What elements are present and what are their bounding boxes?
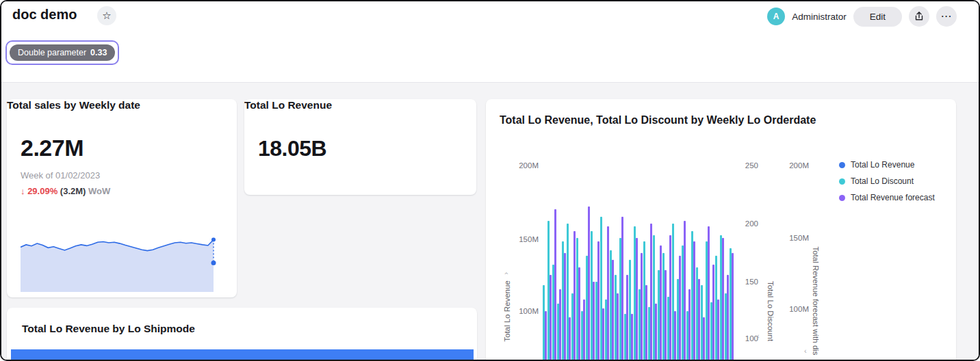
kpi-value: 2.27M [21, 135, 83, 161]
bar[interactable] [679, 256, 681, 360]
kpi-delta: ↓ 29.09% (3.2M) WoW [21, 186, 110, 196]
bar[interactable] [564, 253, 566, 360]
axis-tick-label: 250 [745, 161, 758, 170]
favorite-button[interactable]: ☆ [97, 6, 116, 25]
bar[interactable] [569, 317, 571, 360]
edit-button[interactable]: Edit [853, 7, 902, 27]
bar[interactable] [732, 253, 734, 360]
delta-percent: 29.09% [27, 186, 57, 196]
axis-tick-label: 200M [519, 161, 539, 170]
bar[interactable] [665, 270, 667, 360]
bar[interactable] [727, 275, 729, 360]
bar[interactable] [693, 241, 695, 360]
bar[interactable] [636, 238, 638, 360]
bar[interactable] [722, 238, 724, 360]
share-icon [914, 11, 925, 22]
header: doc demo ☆ A Administrator Edit ⋯ [1, 1, 979, 33]
bar[interactable] [617, 293, 619, 360]
share-button[interactable] [909, 6, 929, 27]
bar[interactable] [674, 311, 676, 360]
bar[interactable] [545, 311, 547, 360]
bar[interactable] [578, 267, 580, 360]
bar[interactable] [684, 221, 686, 360]
bar[interactable] [593, 282, 595, 360]
card-title: Total Lo Revenue by Lo Shipmode [22, 323, 195, 335]
user-name[interactable]: Administrator [792, 12, 847, 22]
legend-dot-icon [839, 195, 845, 201]
axis-scroll-icon[interactable]: › [502, 272, 509, 275]
bar[interactable] [573, 231, 576, 360]
parameter-value: 0.33 [90, 48, 107, 57]
card-title: Total Lo Revenue, Total Lo Discount by W… [500, 114, 816, 126]
bar-segment[interactable] [11, 349, 474, 361]
bar[interactable] [688, 289, 691, 360]
axis-tick-label: 100M [519, 306, 539, 316]
axis-left-ticks: 200M150M100M [508, 99, 539, 361]
legend-item[interactable]: Total Lo Discount [839, 173, 935, 189]
bar[interactable] [602, 308, 604, 360]
axis-tick-label: 100M [789, 304, 809, 314]
bar[interactable] [641, 253, 643, 360]
bar[interactable] [597, 241, 599, 360]
card-total-sales[interactable]: Total sales by Weekly date 2.27M Week of… [7, 99, 237, 297]
bar[interactable] [655, 304, 657, 360]
bar[interactable] [645, 285, 647, 360]
legend-item[interactable]: Total Revenue forecast [839, 189, 935, 206]
card-title: Total sales by Weekly date [7, 99, 140, 111]
bar[interactable] [650, 224, 652, 360]
axis-right-title: Total Revenue forecast with dis [812, 246, 820, 355]
bar[interactable] [554, 209, 556, 360]
axis-tick-label: 200M [789, 161, 809, 170]
legend-dot-icon [839, 178, 845, 185]
ellipsis-icon: ⋯ [941, 11, 953, 22]
delta-period: WoW [88, 186, 110, 196]
more-button[interactable]: ⋯ [936, 6, 957, 27]
delta-down-icon: ↓ [21, 186, 25, 196]
bar[interactable] [559, 289, 561, 360]
axis-mid-title: Total Lo Discount [766, 281, 775, 341]
bar[interactable] [669, 235, 671, 360]
chart-legend: Total Lo RevenueTotal Lo DiscountTotal R… [839, 157, 935, 206]
combo-bar-plot[interactable] [543, 164, 738, 360]
legend-item[interactable]: Total Lo Revenue [839, 157, 935, 173]
bar[interactable] [631, 314, 633, 360]
axis-scroll-icon[interactable]: ‹ [757, 332, 760, 339]
bar[interactable] [550, 275, 552, 360]
bar[interactable] [588, 206, 590, 360]
legend-label: Total Revenue forecast [851, 193, 935, 202]
legend-label: Total Lo Revenue [851, 160, 914, 170]
double-parameter-control[interactable]: Double parameter 0.33 [5, 40, 119, 65]
bar[interactable] [698, 279, 700, 360]
axis-tick-label: 150 [745, 277, 758, 286]
avatar[interactable]: A [767, 8, 785, 25]
legend-dot-icon [839, 162, 845, 168]
header-actions: A Administrator Edit ⋯ [767, 6, 957, 27]
bar[interactable] [703, 317, 705, 360]
bar[interactable] [621, 217, 623, 360]
card-title: Total Lo Revenue [244, 99, 332, 111]
parameter-label: Double parameter [18, 48, 86, 57]
bar[interactable] [717, 299, 719, 360]
card-combo-chart[interactable]: Total Lo Revenue, Total Lo Discount by W… [486, 99, 956, 361]
axis-tick-label: 150M [789, 233, 809, 243]
app-window: doc demo ☆ A Administrator Edit ⋯ Double… [0, 0, 980, 361]
delta-absolute: (3.2M) [60, 186, 86, 196]
star-icon: ☆ [102, 10, 111, 22]
page-title: doc demo [12, 7, 77, 23]
bar[interactable] [612, 260, 614, 360]
double-parameter-pill: Double parameter 0.33 [10, 44, 115, 61]
kpi-subtitle: Week of 01/02/2023 [21, 170, 100, 180]
axis-tick-label: 200 [745, 219, 758, 228]
bar[interactable] [607, 226, 609, 360]
sales-sparkline-chart[interactable] [21, 233, 220, 292]
axis-scroll-icon[interactable]: ‹ [804, 347, 807, 354]
axis-right-ticks: 200M150M100M [783, 99, 809, 361]
card-shipmode[interactable]: Total Lo Revenue by Lo Shipmode [7, 308, 477, 361]
bar[interactable] [712, 265, 714, 360]
axis-left-title: Total Lo Revenue [503, 280, 511, 342]
bar[interactable] [583, 299, 585, 360]
bar[interactable] [626, 275, 628, 360]
bar[interactable] [660, 245, 662, 360]
card-total-lo-revenue[interactable]: Total Lo Revenue 18.05B [244, 99, 476, 195]
bar[interactable] [708, 226, 710, 360]
